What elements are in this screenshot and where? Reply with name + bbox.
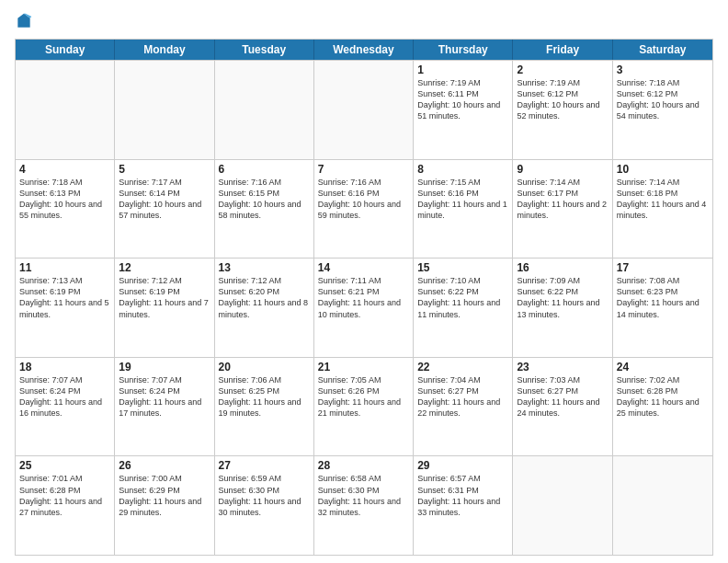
day-info-9: Sunrise: 7:14 AM Sunset: 6:17 PM Dayligh… xyxy=(517,177,608,222)
header-thursday: Thursday xyxy=(414,40,513,60)
day-13: 13Sunrise: 7:12 AM Sunset: 6:20 PM Dayli… xyxy=(215,259,314,357)
day-info-28: Sunrise: 6:58 AM Sunset: 6:30 PM Dayligh… xyxy=(318,473,409,518)
day-8: 8Sunrise: 7:15 AM Sunset: 6:16 PM Daylig… xyxy=(414,160,513,259)
day-2: 2Sunrise: 7:19 AM Sunset: 6:12 PM Daylig… xyxy=(513,61,612,159)
day-16: 16Sunrise: 7:09 AM Sunset: 6:22 PM Dayli… xyxy=(513,259,612,357)
week-row-4: 18Sunrise: 7:07 AM Sunset: 6:24 PM Dayli… xyxy=(16,357,712,456)
day-number-27: 27 xyxy=(219,459,310,472)
week-row-2: 4Sunrise: 7:18 AM Sunset: 6:13 PM Daylig… xyxy=(16,159,712,259)
day-number-21: 21 xyxy=(318,361,409,373)
day-11: 11Sunrise: 7:13 AM Sunset: 6:19 PM Dayli… xyxy=(16,259,115,357)
day-25: 25Sunrise: 7:01 AM Sunset: 6:28 PM Dayli… xyxy=(16,456,115,555)
day-number-6: 6 xyxy=(219,163,310,176)
day-number-1: 1 xyxy=(417,63,508,76)
day-info-13: Sunrise: 7:12 AM Sunset: 6:20 PM Dayligh… xyxy=(219,275,310,320)
day-info-20: Sunrise: 7:06 AM Sunset: 6:25 PM Dayligh… xyxy=(219,374,310,419)
day-1: 1Sunrise: 7:19 AM Sunset: 6:11 PM Daylig… xyxy=(414,61,513,159)
empty-cell-0-3 xyxy=(314,61,414,159)
calendar-body: 1Sunrise: 7:19 AM Sunset: 6:11 PM Daylig… xyxy=(16,60,712,555)
day-number-5: 5 xyxy=(119,163,210,176)
day-number-23: 23 xyxy=(517,361,608,373)
day-14: 14Sunrise: 7:11 AM Sunset: 6:21 PM Dayli… xyxy=(314,259,414,357)
day-number-10: 10 xyxy=(617,163,709,176)
day-info-16: Sunrise: 7:09 AM Sunset: 6:22 PM Dayligh… xyxy=(517,275,608,320)
day-10: 10Sunrise: 7:14 AM Sunset: 6:18 PM Dayli… xyxy=(613,160,712,259)
day-info-25: Sunrise: 7:01 AM Sunset: 6:28 PM Dayligh… xyxy=(19,473,110,518)
calendar: Sunday Monday Tuesday Wednesday Thursday… xyxy=(15,39,713,556)
day-info-11: Sunrise: 7:13 AM Sunset: 6:19 PM Dayligh… xyxy=(19,275,110,320)
day-info-1: Sunrise: 7:19 AM Sunset: 6:11 PM Dayligh… xyxy=(417,77,508,122)
day-info-14: Sunrise: 7:11 AM Sunset: 6:21 PM Dayligh… xyxy=(318,275,409,320)
day-12: 12Sunrise: 7:12 AM Sunset: 6:19 PM Dayli… xyxy=(115,259,214,357)
day-number-4: 4 xyxy=(19,163,110,176)
day-info-23: Sunrise: 7:03 AM Sunset: 6:27 PM Dayligh… xyxy=(517,374,608,419)
day-info-26: Sunrise: 7:00 AM Sunset: 6:29 PM Dayligh… xyxy=(119,473,210,518)
day-info-19: Sunrise: 7:07 AM Sunset: 6:24 PM Dayligh… xyxy=(119,374,210,419)
day-number-13: 13 xyxy=(219,261,310,274)
day-number-3: 3 xyxy=(617,63,709,76)
day-number-2: 2 xyxy=(517,63,608,76)
page-header xyxy=(15,11,713,31)
header-sunday: Sunday xyxy=(16,40,115,60)
day-5: 5Sunrise: 7:17 AM Sunset: 6:14 PM Daylig… xyxy=(115,160,214,259)
logo-icon xyxy=(15,12,33,30)
day-22: 22Sunrise: 7:04 AM Sunset: 6:27 PM Dayli… xyxy=(414,358,513,456)
day-number-29: 29 xyxy=(417,459,508,472)
day-26: 26Sunrise: 7:00 AM Sunset: 6:29 PM Dayli… xyxy=(115,456,214,555)
empty-cell-0-0 xyxy=(16,61,115,159)
day-18: 18Sunrise: 7:07 AM Sunset: 6:24 PM Dayli… xyxy=(16,358,115,456)
day-info-8: Sunrise: 7:15 AM Sunset: 6:16 PM Dayligh… xyxy=(417,177,508,222)
day-info-15: Sunrise: 7:10 AM Sunset: 6:22 PM Dayligh… xyxy=(417,275,508,320)
day-7: 7Sunrise: 7:16 AM Sunset: 6:16 PM Daylig… xyxy=(314,160,414,259)
header-monday: Monday xyxy=(115,40,214,60)
day-info-17: Sunrise: 7:08 AM Sunset: 6:23 PM Dayligh… xyxy=(617,275,709,320)
day-info-2: Sunrise: 7:19 AM Sunset: 6:12 PM Dayligh… xyxy=(517,77,608,122)
day-number-26: 26 xyxy=(119,459,210,472)
day-3: 3Sunrise: 7:18 AM Sunset: 6:12 PM Daylig… xyxy=(613,61,712,159)
day-number-17: 17 xyxy=(617,261,709,274)
day-number-19: 19 xyxy=(119,361,210,373)
day-number-20: 20 xyxy=(219,361,310,373)
header-wednesday: Wednesday xyxy=(314,40,414,60)
day-9: 9Sunrise: 7:14 AM Sunset: 6:17 PM Daylig… xyxy=(513,160,612,259)
week-row-1: 1Sunrise: 7:19 AM Sunset: 6:11 PM Daylig… xyxy=(16,60,712,159)
day-info-24: Sunrise: 7:02 AM Sunset: 6:28 PM Dayligh… xyxy=(617,374,709,419)
week-row-5: 25Sunrise: 7:01 AM Sunset: 6:28 PM Dayli… xyxy=(16,455,712,555)
empty-cell-0-2 xyxy=(215,61,314,159)
day-29: 29Sunrise: 6:57 AM Sunset: 6:31 PM Dayli… xyxy=(414,456,513,555)
day-info-4: Sunrise: 7:18 AM Sunset: 6:13 PM Dayligh… xyxy=(19,177,110,222)
day-number-12: 12 xyxy=(119,261,210,274)
day-4: 4Sunrise: 7:18 AM Sunset: 6:13 PM Daylig… xyxy=(16,160,115,259)
day-info-29: Sunrise: 6:57 AM Sunset: 6:31 PM Dayligh… xyxy=(417,473,508,518)
day-number-25: 25 xyxy=(19,459,110,472)
header-friday: Friday xyxy=(513,40,612,60)
day-info-6: Sunrise: 7:16 AM Sunset: 6:15 PM Dayligh… xyxy=(219,177,310,222)
day-info-12: Sunrise: 7:12 AM Sunset: 6:19 PM Dayligh… xyxy=(119,275,210,320)
day-number-16: 16 xyxy=(517,261,608,274)
logo xyxy=(15,11,35,31)
day-21: 21Sunrise: 7:05 AM Sunset: 6:26 PM Dayli… xyxy=(314,358,414,456)
week-row-3: 11Sunrise: 7:13 AM Sunset: 6:19 PM Dayli… xyxy=(16,258,712,357)
day-number-14: 14 xyxy=(318,261,409,274)
day-24: 24Sunrise: 7:02 AM Sunset: 6:28 PM Dayli… xyxy=(613,358,712,456)
day-info-5: Sunrise: 7:17 AM Sunset: 6:14 PM Dayligh… xyxy=(119,177,210,222)
day-info-18: Sunrise: 7:07 AM Sunset: 6:24 PM Dayligh… xyxy=(19,374,110,419)
header-saturday: Saturday xyxy=(613,40,712,60)
day-number-9: 9 xyxy=(517,163,608,176)
day-info-22: Sunrise: 7:04 AM Sunset: 6:27 PM Dayligh… xyxy=(417,374,508,419)
day-number-15: 15 xyxy=(417,261,508,274)
header-tuesday: Tuesday xyxy=(215,40,314,60)
day-info-10: Sunrise: 7:14 AM Sunset: 6:18 PM Dayligh… xyxy=(617,177,709,222)
day-info-21: Sunrise: 7:05 AM Sunset: 6:26 PM Dayligh… xyxy=(318,374,409,419)
day-15: 15Sunrise: 7:10 AM Sunset: 6:22 PM Dayli… xyxy=(414,259,513,357)
day-28: 28Sunrise: 6:58 AM Sunset: 6:30 PM Dayli… xyxy=(314,456,414,555)
empty-cell-4-5 xyxy=(513,456,612,555)
day-number-11: 11 xyxy=(19,261,110,274)
day-17: 17Sunrise: 7:08 AM Sunset: 6:23 PM Dayli… xyxy=(613,259,712,357)
day-20: 20Sunrise: 7:06 AM Sunset: 6:25 PM Dayli… xyxy=(215,358,314,456)
day-info-7: Sunrise: 7:16 AM Sunset: 6:16 PM Dayligh… xyxy=(318,177,409,222)
empty-cell-4-6 xyxy=(613,456,712,555)
day-27: 27Sunrise: 6:59 AM Sunset: 6:30 PM Dayli… xyxy=(215,456,314,555)
day-number-8: 8 xyxy=(417,163,508,176)
day-number-7: 7 xyxy=(318,163,409,176)
